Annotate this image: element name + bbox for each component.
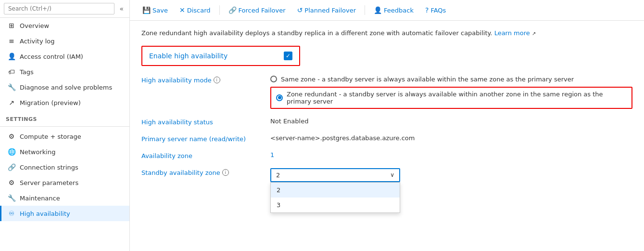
standby-zone-row: Standby availability zone i 2 ∨ 2 3 — [141, 168, 632, 182]
forced-failover-icon: 🔗 — [228, 6, 237, 14]
primary-server-row: Primary server name (read/write) <server… — [141, 134, 632, 143]
toolbar-separator-2 — [365, 5, 365, 15]
toolbar-separator-1 — [219, 5, 220, 15]
dropdown-arrow-icon: ∨ — [390, 172, 394, 178]
primary-server-value: <server-name>.postgres.database.azure.co… — [270, 134, 632, 142]
sidebar-item-access-control[interactable]: 👤Access control (IAM) — [0, 49, 129, 64]
enable-ha-label: Enable high availability — [149, 52, 227, 60]
sidebar-settings-icon-compute-storage: ⚙ — [7, 132, 16, 140]
radio-zone-redundant[interactable]: Zone redundant - a standby server is alw… — [270, 87, 632, 109]
sidebar-item-overview[interactable]: ⊞Overview — [0, 18, 129, 33]
sidebar-icon-overview: ⊞ — [7, 22, 16, 29]
sidebar-item-maintenance[interactable]: 🔧Maintenance — [0, 190, 129, 206]
sidebar-label-tags: Tags — [20, 68, 34, 76]
faqs-icon: ? — [425, 6, 429, 14]
radio-same-zone-outer — [270, 76, 277, 82]
sidebar-settings-nav: ⚙Compute + storage🌐Networking🔗Connection… — [0, 129, 129, 221]
sidebar-nav: ⊞Overview≡Activity log👤Access control (I… — [0, 18, 129, 110]
sidebar-icon-migration: ↗ — [7, 99, 16, 106]
standby-zone-dropdown-wrapper: 2 ∨ 2 3 — [270, 168, 400, 182]
sidebar-settings-icon-server-parameters: ⚙ — [7, 179, 16, 186]
external-link-icon: ↗ — [532, 31, 536, 36]
content-area: Zone redundant high availability deploys… — [130, 21, 644, 251]
settings-section-label: Settings — [0, 110, 129, 124]
feedback-icon: 👤 — [374, 6, 382, 14]
enable-ha-container: Enable high availability — [141, 46, 300, 66]
sidebar-label-activity-log: Activity log — [20, 38, 55, 45]
discard-button[interactable]: ✕ Discard — [175, 4, 215, 16]
sidebar-settings-label-maintenance: Maintenance — [20, 195, 60, 202]
info-description: Zone redundant high availability deploys… — [141, 28, 632, 38]
sidebar-settings-icon-high-availability: ♾ — [7, 210, 16, 217]
sidebar-settings-icon-maintenance: 🔧 — [7, 194, 16, 202]
standby-zone-info-icon[interactable]: i — [222, 169, 229, 176]
sidebar-label-diagnose: Diagnose and solve problems — [20, 84, 112, 91]
forced-failover-button[interactable]: 🔗 Forced Failover — [224, 4, 290, 16]
sidebar: « ⊞Overview≡Activity log👤Access control … — [0, 0, 130, 251]
radio-zone-redundant-label: Zone redundant - a standby server is alw… — [287, 91, 627, 105]
sidebar-icon-diagnose: 🔧 — [7, 83, 16, 91]
sidebar-settings-label-server-parameters: Server parameters — [20, 179, 78, 186]
availability-zone-value: 1 — [270, 151, 632, 159]
planned-failover-icon: ↺ — [297, 6, 303, 14]
ha-mode-label: High availability mode i — [141, 76, 266, 84]
planned-failover-button[interactable]: ↺ Planned Failover — [292, 4, 361, 16]
main-panel: 💾 Save ✕ Discard 🔗 Forced Failover ↺ Pla… — [130, 0, 644, 251]
sidebar-item-compute-storage[interactable]: ⚙Compute + storage — [0, 129, 129, 144]
sidebar-label-migration: Migration (preview) — [20, 99, 81, 106]
sidebar-search-area: « — [0, 0, 129, 18]
sidebar-settings-icon-connection-strings: 🔗 — [7, 163, 16, 171]
sidebar-item-diagnose[interactable]: 🔧Diagnose and solve problems — [0, 79, 129, 95]
save-icon: 💾 — [142, 6, 151, 14]
toolbar: 💾 Save ✕ Discard 🔗 Forced Failover ↺ Pla… — [130, 0, 644, 21]
primary-server-label: Primary server name (read/write) — [141, 134, 266, 143]
sidebar-settings-label-compute-storage: Compute + storage — [20, 133, 81, 140]
standby-zone-dropdown[interactable]: 2 ∨ — [270, 168, 400, 182]
sidebar-item-tags[interactable]: 🏷Tags — [0, 64, 129, 79]
radio-same-zone-label: Same zone - a standby server is always a… — [281, 76, 574, 83]
dropdown-option-2[interactable]: 2 — [271, 183, 400, 198]
sidebar-item-activity-log[interactable]: ≡Activity log — [0, 33, 129, 49]
sidebar-settings-label-networking: Networking — [20, 148, 55, 156]
sidebar-item-high-availability[interactable]: ♾High availability — [0, 206, 129, 221]
feedback-button[interactable]: 👤 Feedback — [369, 4, 418, 16]
dropdown-option-3[interactable]: 3 — [271, 198, 400, 212]
sidebar-label-access-control: Access control (IAM) — [20, 53, 83, 60]
sidebar-item-networking[interactable]: 🌐Networking — [0, 144, 129, 159]
discard-icon: ✕ — [179, 6, 185, 14]
radio-same-zone[interactable]: Same zone - a standby server is always a… — [270, 76, 632, 83]
sidebar-icon-access-control: 👤 — [7, 53, 16, 60]
sidebar-icon-activity-log: ≡ — [7, 37, 16, 45]
availability-zone-label: Availability zone — [141, 151, 266, 159]
enable-ha-checkbox[interactable] — [284, 52, 292, 60]
standby-zone-selected-value: 2 — [276, 172, 280, 179]
ha-status-row: High availability status Not Enabled — [141, 118, 632, 126]
sidebar-item-server-parameters[interactable]: ⚙Server parameters — [0, 175, 129, 190]
sidebar-item-migration[interactable]: ↗Migration (preview) — [0, 95, 129, 110]
standby-zone-label: Standby availability zone i — [141, 168, 266, 176]
availability-zone-row: Availability zone 1 — [141, 151, 632, 159]
save-button[interactable]: 💾 Save — [138, 4, 173, 16]
ha-status-label: High availability status — [141, 118, 266, 126]
ha-mode-row: High availability mode i Same zone - a s… — [141, 76, 632, 109]
ha-status-value: Not Enabled — [270, 118, 632, 125]
sidebar-divider — [0, 126, 129, 127]
sidebar-label-overview: Overview — [20, 22, 49, 29]
learn-more-link[interactable]: Learn more — [494, 29, 530, 37]
sidebar-settings-label-high-availability: High availability — [20, 210, 70, 217]
sidebar-icon-tags: 🏷 — [7, 68, 16, 76]
radio-zone-redundant-inner — [278, 96, 281, 99]
search-input[interactable] — [4, 3, 114, 14]
sidebar-settings-label-connection-strings: Connection strings — [20, 164, 78, 171]
ha-mode-info-icon[interactable]: i — [214, 77, 220, 83]
standby-zone-dropdown-menu: 2 3 — [270, 182, 400, 213]
collapse-button[interactable]: « — [117, 4, 126, 13]
radio-zone-redundant-outer — [276, 94, 283, 101]
ha-mode-radio-group: Same zone - a standby server is always a… — [270, 76, 632, 109]
sidebar-item-connection-strings[interactable]: 🔗Connection strings — [0, 159, 129, 175]
sidebar-settings-icon-networking: 🌐 — [7, 148, 16, 156]
faqs-button[interactable]: ? FAQs — [420, 4, 451, 16]
